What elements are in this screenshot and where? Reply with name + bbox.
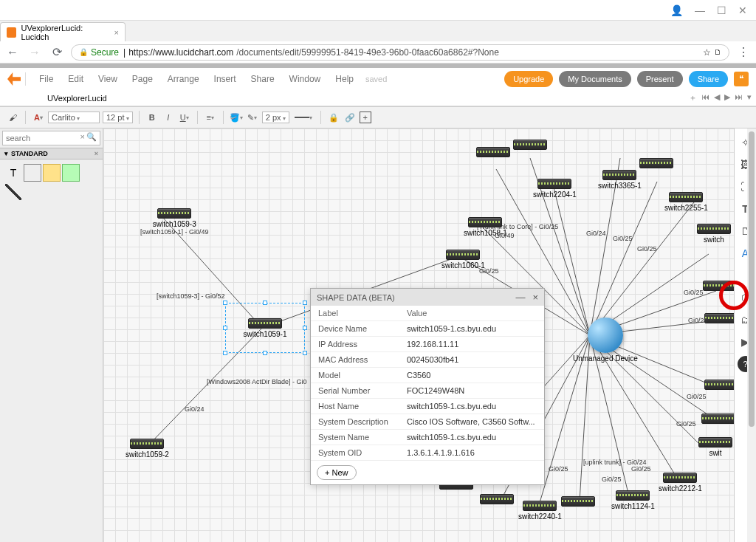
shape-data-panel[interactable]: SHAPE DATA (BETA) —× Label Value Device … [310, 288, 545, 485]
node-switch-r[interactable]: switch [697, 224, 731, 244]
text-shape-icon[interactable]: T [4, 164, 22, 182]
first-page-icon[interactable]: ⏮ [701, 92, 709, 103]
user-icon[interactable]: 👤 [670, 4, 683, 16]
edge-label: Gi0/49 [495, 232, 515, 239]
scrollbar[interactable] [747, 128, 756, 542]
underline-icon[interactable]: U [178, 111, 191, 124]
url-field[interactable]: 🔒 Secure | https://www.lucidchart.com/do… [71, 44, 729, 61]
line-width-select[interactable]: 2 px [262, 112, 289, 123]
prev-page-icon[interactable]: ◀ [714, 92, 720, 103]
next-page-icon[interactable]: ▶ [724, 92, 730, 103]
align-icon[interactable]: ≡ [204, 111, 217, 124]
panel-section-standard[interactable]: ▾STANDARD× [0, 148, 103, 159]
close-panel-icon[interactable]: × [532, 292, 538, 303]
bold-icon[interactable]: B [145, 111, 159, 124]
border-color-icon[interactable]: ✎ [246, 111, 259, 124]
shape-search: × 🔍 [0, 128, 103, 148]
browser-tab[interactable]: UVexplorerLucid: Lucidch × [0, 22, 126, 41]
edge-label: [uplink trunk] - Gi0/24 [583, 459, 647, 466]
node-switch2204-1[interactable]: switch2204-1 [533, 179, 577, 199]
italic-icon[interactable]: I [162, 111, 175, 124]
star-icon[interactable]: ☆ [703, 47, 711, 58]
panel-title[interactable]: SHAPE DATA (BETA) —× [311, 289, 544, 306]
edge-label: Gi0/24 [586, 230, 606, 237]
new-property-button[interactable]: + New [317, 465, 357, 480]
page-action-icon[interactable]: 🗋 [714, 48, 721, 56]
back-icon[interactable]: ← [4, 44, 21, 61]
node-unmanaged-device[interactable]: Unmanaged Device [573, 318, 638, 363]
clear-search-icon[interactable]: × [80, 132, 85, 141]
fill-color-icon[interactable]: 🪣 [230, 111, 243, 124]
close-window-icon[interactable]: ✕ [738, 4, 747, 16]
menu-arrange[interactable]: Arrange [168, 74, 199, 84]
node-switch1059-2[interactable]: switch1059-2 [126, 439, 169, 459]
node-switch1059-1[interactable]: switch1059-1 [225, 303, 305, 353]
link-icon[interactable]: 🔗 [343, 111, 357, 124]
node-switch1060-1[interactable]: switch1060-1 [441, 250, 485, 270]
shape-options-icon[interactable]: + [360, 112, 371, 123]
workspace: × 🔍 ▾STANDARD× T [0, 128, 756, 542]
add-page-icon[interactable]: ＋ [689, 92, 697, 103]
reload-icon[interactable]: ⟳ [49, 44, 65, 61]
font-family-select[interactable]: Carlito [48, 112, 100, 123]
menu-window[interactable]: Window [289, 74, 321, 84]
document-tab[interactable]: UVexplorerLucid [37, 92, 117, 104]
edge-label: Gi0/25 [549, 465, 568, 473]
block-shape-icon[interactable] [62, 164, 80, 182]
line-shape-icon[interactable] [4, 183, 22, 201]
close-tab-icon[interactable]: × [114, 28, 119, 37]
lock-icon[interactable]: 🔒 [327, 111, 340, 124]
node-switch2240-1[interactable]: switch2240-1 [518, 501, 562, 521]
node-a[interactable] [476, 147, 510, 157]
formatting-toolbar: 🖌 A Carlito 12 pt B I U ≡ 🪣 ✎ 2 px 🔒 🔗 + [0, 106, 756, 128]
canvas[interactable]: switch1059-3 [switch1059-1] - Gi0/49 swi… [103, 128, 734, 542]
edge-label: Gi0/25 [602, 476, 622, 483]
my-documents-button[interactable]: My Documents [559, 71, 630, 87]
text-color-icon[interactable]: A [32, 111, 45, 124]
node-switch1124-1[interactable]: switch1124-1 [611, 490, 655, 510]
menu-insert[interactable]: Insert [214, 74, 236, 84]
node-b[interactable] [513, 140, 547, 150]
node-swit-r[interactable]: swit [698, 437, 732, 457]
note-shape-icon[interactable] [43, 164, 61, 182]
data-row: IP Address192.168.11.11 [311, 337, 544, 352]
node-r3[interactable] [704, 313, 734, 323]
forward-icon[interactable]: → [27, 44, 43, 61]
minimize-panel-icon[interactable]: — [515, 292, 525, 303]
node-r5[interactable] [701, 414, 734, 424]
lucidchart-logo-icon[interactable] [7, 72, 21, 86]
node-switch1059-3[interactable]: switch1059-3 [switch1059-1] - Gi0/49 [140, 208, 209, 236]
line-style-icon[interactable] [292, 111, 315, 124]
maximize-icon[interactable]: ☐ [717, 4, 726, 16]
node-c[interactable] [639, 158, 673, 168]
node-switch2255-1[interactable]: switch2255-1 [664, 192, 708, 212]
upgrade-button[interactable]: Upgrade [504, 71, 553, 87]
data-row: ModelC3560 [311, 368, 544, 383]
node-b2[interactable] [480, 494, 514, 504]
collapse-section-icon[interactable]: × [94, 150, 98, 157]
search-icon[interactable]: 🔍 [86, 132, 97, 142]
menu-edit[interactable]: Edit [68, 74, 83, 84]
page-menu-icon[interactable]: ▾ [747, 92, 752, 103]
menu-share[interactable]: Share [251, 74, 275, 84]
feedback-icon[interactable]: ❝ [734, 72, 749, 86]
minimize-icon[interactable]: — [695, 4, 705, 16]
node-switch3365-1[interactable]: switch3365-1 [598, 170, 642, 190]
edge-label: Gi0/25 [687, 393, 707, 400]
menu-help[interactable]: Help [335, 74, 354, 84]
menu-icon[interactable]: ⋮ [735, 44, 752, 61]
font-size-select[interactable]: 12 pt [103, 112, 133, 123]
share-button[interactable]: Share [689, 71, 728, 87]
last-page-icon[interactable]: ⏭ [735, 92, 743, 103]
present-button[interactable]: Present [637, 71, 683, 87]
node-b1[interactable] [561, 496, 595, 507]
menu-view[interactable]: View [98, 74, 117, 84]
edge-label: [Windows2008 ActDir Blade] - Gi0 [207, 378, 307, 385]
lock-icon: 🔒 [79, 48, 88, 56]
node-switch2212-1[interactable]: switch2212-1 [659, 473, 702, 493]
menu-file[interactable]: File [39, 74, 53, 84]
menu-page[interactable]: Page [132, 74, 153, 84]
node-r4[interactable] [704, 380, 734, 390]
format-painter-icon[interactable]: 🖌 [6, 111, 19, 124]
rectangle-shape-icon[interactable] [24, 164, 41, 182]
